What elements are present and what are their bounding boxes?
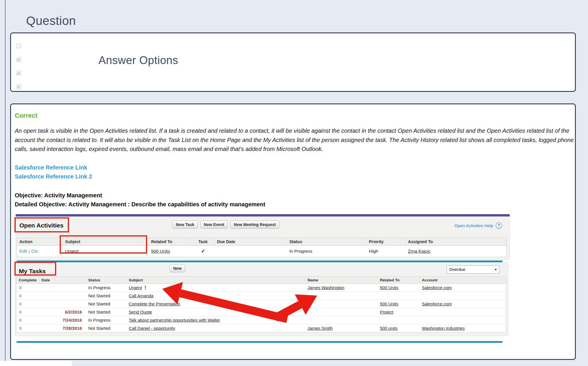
cell-subject: Send Quote: [127, 308, 305, 316]
column-header-related-to[interactable]: Related To: [149, 238, 191, 245]
complete-task-link[interactable]: X: [19, 326, 22, 331]
cell-date: [39, 284, 86, 292]
cell-name: [305, 316, 378, 324]
cell-related-to: [378, 292, 420, 300]
column-header-account[interactable]: Account: [419, 277, 506, 283]
section-divider-bottom: [17, 341, 503, 343]
cell-status: In Progress: [86, 316, 127, 324]
subject-link[interactable]: Send Quote: [129, 309, 152, 314]
related-to-link[interactable]: 500 Units: [380, 301, 398, 306]
salesforce-reference-link-2[interactable]: Salesforce Reference Link 2: [15, 173, 92, 180]
complete-task-link[interactable]: X: [19, 285, 22, 290]
task-filter-dropdown[interactable]: Overdue ▼: [447, 265, 499, 274]
related-to-link[interactable]: 500 units: [380, 326, 398, 331]
column-header-subject[interactable]: Subject: [127, 277, 305, 283]
subject-link[interactable]: Talk about partnership opportunities wit…: [129, 318, 220, 323]
related-to-link[interactable]: 500 Units: [151, 249, 170, 254]
cell-name: [305, 308, 378, 316]
cell-status: In Progress: [86, 284, 127, 292]
date-value: 7/28/2016: [63, 326, 82, 331]
open-activities-header-row: ActionSubjectRelated ToTaskDue DateStatu…: [17, 238, 506, 246]
cell-status: In Progress: [287, 246, 367, 257]
my-tasks-card: My Tasks New Overdue ▼ CompleteDateStatu…: [15, 262, 508, 336]
new-task-button[interactable]: New: [170, 264, 185, 272]
column-header-status[interactable]: Status: [287, 238, 367, 245]
cell-date: [39, 300, 86, 308]
cell-account: [419, 308, 506, 316]
edit-link[interactable]: Edit: [19, 249, 27, 254]
column-header-related-to[interactable]: Related To: [378, 277, 420, 283]
cell-related-to: 500 Units: [378, 300, 420, 308]
column-header-name[interactable]: Name: [305, 277, 378, 283]
task-filter-value: Overdue: [449, 267, 465, 272]
my-tasks-header-row: CompleteDateStatusSubjectNameRelated ToA…: [17, 277, 506, 284]
answer-checkbox-3-checked[interactable]: ✔: [16, 71, 21, 76]
new-meeting-request-button[interactable]: New Meeting Request: [230, 221, 279, 228]
column-header-complete[interactable]: Complete: [17, 277, 39, 283]
salesforce-reference-link[interactable]: Salesforce Reference Link: [15, 164, 87, 171]
answer-checkbox-2-checked[interactable]: ✔: [16, 57, 21, 62]
subject-link[interactable]: Urgent: [129, 285, 142, 290]
cell-status: Not Started: [86, 292, 127, 300]
account-link[interactable]: Salesforce.com: [422, 301, 452, 306]
column-header-action[interactable]: Action: [17, 238, 63, 245]
cell-assigned-to: Zrna Kojcic: [406, 246, 506, 257]
cell-name: [305, 300, 378, 308]
cell-status: Not Started: [86, 300, 127, 308]
cell-account: [419, 292, 506, 300]
cls-link[interactable]: Cls: [31, 249, 38, 254]
cell-name: James Washington: [305, 284, 378, 292]
related-to-link[interactable]: Project: [380, 309, 394, 314]
cell-complete: X: [17, 324, 39, 332]
complete-task-link[interactable]: X: [19, 309, 22, 314]
column-header-status[interactable]: Status: [86, 277, 127, 283]
task-checkmark-icon: ✓: [201, 248, 205, 254]
answer-options-heading: Answer Options: [98, 54, 178, 67]
related-to-link[interactable]: 500 Units: [380, 285, 398, 290]
cell-date: 6/2/2016: [39, 308, 86, 316]
account-link[interactable]: Washington Industries: [422, 326, 465, 331]
my-tasks-row-1: XIn ProgressUrgent!James Washington500 U…: [17, 284, 506, 292]
column-header-due-date[interactable]: Due Date: [215, 238, 287, 245]
urgent-exclamation-icon: !: [145, 285, 146, 291]
open-activities-data-row: Edit|ClsUrgent500 Units✓In ProgressHighZ…: [17, 246, 506, 257]
name-link[interactable]: James Smith: [308, 326, 333, 331]
column-header-assigned-to[interactable]: Assigned To: [406, 238, 506, 245]
open-activities-title: Open Activities: [19, 222, 63, 229]
answer-checkbox-4-checked[interactable]: ✔: [16, 84, 21, 89]
cell-due-date: [215, 246, 287, 257]
cell-subject: Urgent!: [127, 284, 305, 292]
cell-date: [39, 292, 86, 300]
name-link[interactable]: James Washington: [308, 285, 344, 290]
cell-complete: X: [17, 284, 39, 292]
cell-account: Salesforce.com: [419, 300, 506, 308]
subject-link[interactable]: Call Amanda: [129, 293, 154, 298]
subject-link[interactable]: Urgent: [65, 249, 79, 254]
column-header-subject[interactable]: Subject: [63, 238, 149, 245]
assigned-to-link[interactable]: Zrna Kojcic: [408, 249, 430, 254]
complete-task-link[interactable]: X: [19, 318, 22, 323]
objective-text: Objective: Activity Management: [15, 192, 102, 199]
column-header-date[interactable]: Date: [39, 277, 86, 283]
column-header-task[interactable]: Task: [191, 238, 215, 245]
complete-task-link[interactable]: X: [19, 293, 22, 298]
cell-related-to: Project: [378, 308, 420, 316]
my-tasks-row-4: X6/2/2016Not StartedSend QuoteProject: [17, 308, 506, 316]
cell-name: James Smith: [305, 324, 378, 332]
column-header-priority[interactable]: Priority: [367, 238, 406, 245]
cell-related-to: 500 units: [378, 324, 420, 332]
detailed-objective-text: Detailed Objective: Activity Management …: [15, 201, 265, 208]
open-activities-table: ActionSubjectRelated ToTaskDue DateStatu…: [17, 238, 507, 257]
subject-link[interactable]: Call Daniel - opportunity: [129, 326, 175, 331]
subject-link[interactable]: Complete the Presentation: [129, 301, 180, 306]
new-event-button[interactable]: New Event: [200, 221, 228, 228]
account-link[interactable]: Salesforce.com: [422, 285, 452, 290]
new-task-button[interactable]: New Task: [172, 221, 198, 228]
cell-related-to: 500 Units: [149, 246, 191, 257]
my-tasks-body: XIn ProgressUrgent!James Washington500 U…: [17, 284, 506, 332]
my-tasks-row-2: XNot StartedCall Amanda: [17, 292, 506, 300]
help-question-icon[interactable]: ?: [496, 222, 502, 229]
answer-checkbox-1-unchecked[interactable]: [16, 43, 21, 48]
open-activities-help-link[interactable]: Open Activities Help: [454, 223, 493, 228]
complete-task-link[interactable]: X: [19, 301, 22, 306]
